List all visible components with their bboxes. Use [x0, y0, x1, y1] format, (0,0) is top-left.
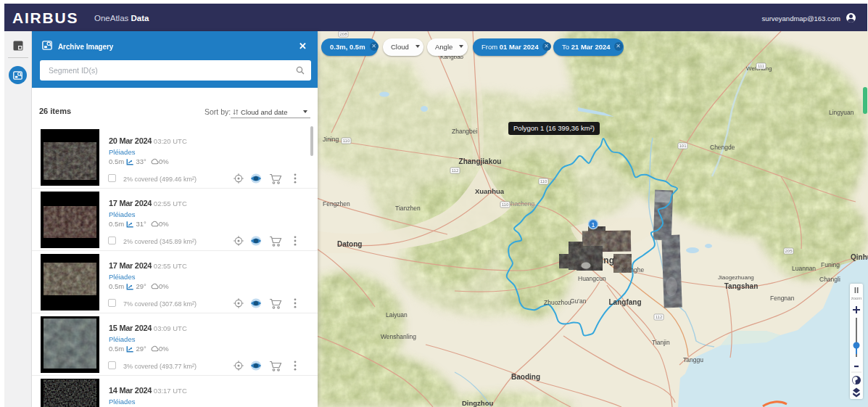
svg-text:Baoding: Baoding — [511, 373, 540, 381]
svg-text:Tanggu: Tanggu — [683, 356, 703, 363]
svg-text:Xuanhua: Xuanhua — [475, 187, 505, 195]
svg-text:1: 1 — [591, 221, 595, 229]
svg-text:Xianghe: Xianghe — [621, 266, 644, 274]
svg-text:Changli: Changli — [819, 276, 840, 283]
svg-text:Zhangbei: Zhangbei — [452, 128, 478, 135]
svg-text:110: 110 — [502, 202, 509, 207]
svg-text:112: 112 — [656, 315, 663, 319]
svg-text:Dingzhou: Dingzhou — [462, 399, 493, 407]
svg-text:Qinhuang: Qinhuang — [851, 253, 868, 261]
svg-text:Tangshan: Tangshan — [724, 282, 758, 290]
svg-text:205: 205 — [785, 249, 793, 253]
svg-text:Jiaogezhuang: Jiaogezhuang — [718, 274, 754, 281]
svg-text:Laiyuan: Laiyuan — [386, 311, 408, 318]
svg-text:101: 101 — [679, 144, 687, 148]
svg-text:Chengde: Chengde — [710, 144, 735, 151]
svg-text:zoom: zoom — [851, 296, 862, 300]
svg-text:110: 110 — [343, 139, 350, 143]
svg-text:Langfang: Langfang — [609, 298, 642, 306]
svg-text:Fengzhen: Fengzhen — [323, 200, 350, 207]
svg-text:Funing: Funing — [821, 261, 840, 268]
svg-text:Shacheng: Shacheng — [507, 200, 535, 207]
svg-text:Gu'an: Gu'an — [570, 297, 587, 305]
svg-text:Zhangjiakou: Zhangjiakou — [459, 157, 502, 165]
svg-text:Zhuozhou: Zhuozhou — [544, 299, 571, 306]
svg-text:110: 110 — [540, 179, 547, 184]
svg-text:Luannan: Luannan — [792, 265, 816, 272]
svg-text:Lingyuan: Lingyuan — [829, 109, 854, 116]
svg-text:112: 112 — [452, 168, 459, 173]
svg-text:Tianjin: Tianjin — [652, 339, 670, 346]
svg-text:Datong: Datong — [337, 240, 362, 248]
svg-text:Huangcun: Huangcun — [578, 275, 606, 282]
svg-text:208: 208 — [339, 32, 347, 36]
svg-text:Wenshanling: Wenshanling — [381, 333, 416, 340]
svg-text:111: 111 — [758, 64, 765, 68]
svg-text:Tianzhen: Tianzhen — [395, 205, 421, 212]
svg-text:Fengnan: Fengnan — [770, 295, 795, 302]
svg-text:Jining: Jining — [323, 136, 339, 143]
